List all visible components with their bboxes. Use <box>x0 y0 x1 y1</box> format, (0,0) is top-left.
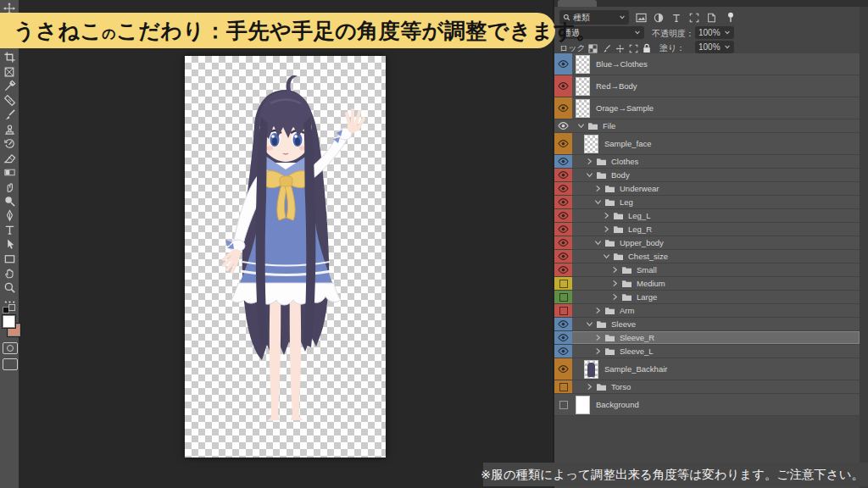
collapse-chevron-icon[interactable] <box>601 252 611 260</box>
visibility-toggle[interactable] <box>554 209 572 222</box>
type-tool[interactable] <box>0 223 19 237</box>
pin-icon[interactable] <box>726 12 735 23</box>
layer-row[interactable]: Sleeve_L <box>554 345 860 358</box>
frame-tool[interactable] <box>0 64 19 79</box>
layer-row[interactable]: Torso <box>554 380 860 394</box>
visibility-toggle[interactable] <box>554 318 572 330</box>
eyedropper-tool[interactable] <box>0 79 19 93</box>
folder-icon <box>613 225 624 234</box>
expand-chevron-icon[interactable] <box>593 347 603 355</box>
layer-row[interactable]: Chest_size <box>554 250 860 263</box>
clone-stamp-tool[interactable] <box>0 122 19 136</box>
collapse-chevron-icon[interactable] <box>576 122 586 130</box>
collapse-chevron-icon[interactable] <box>584 171 594 179</box>
layer-row[interactable]: Small <box>554 263 860 277</box>
hidden-visibility-box <box>559 401 568 409</box>
zoom-tool[interactable] <box>0 280 19 295</box>
eye-icon <box>558 183 569 194</box>
expand-chevron-icon[interactable] <box>609 280 620 287</box>
crop-tool[interactable] <box>0 50 19 64</box>
collapse-chevron-icon[interactable] <box>593 239 603 247</box>
smart-object-filter-icon[interactable] <box>707 13 716 23</box>
expand-chevron-icon[interactable] <box>609 266 620 274</box>
panel-scrollbar[interactable] <box>860 7 868 488</box>
layer-row[interactable]: Clothes <box>554 155 860 169</box>
history-brush-tool[interactable] <box>0 136 19 151</box>
layers-panel-tab[interactable] <box>558 0 597 7</box>
visibility-toggle[interactable] <box>554 119 572 132</box>
shape-filter-icon[interactable] <box>689 13 699 23</box>
brush-tool[interactable] <box>0 108 19 122</box>
layer-row[interactable]: Large <box>554 291 860 304</box>
expand-chevron-icon[interactable] <box>584 158 594 165</box>
gradient-tool[interactable] <box>0 165 19 180</box>
layer-row[interactable]: File <box>554 119 860 133</box>
visibility-toggle[interactable] <box>554 155 572 168</box>
more-tool[interactable] <box>0 295 19 309</box>
quick-mask-button[interactable] <box>3 342 18 354</box>
visibility-toggle[interactable] <box>554 53 572 75</box>
visibility-toggle[interactable] <box>554 291 572 303</box>
visibility-toggle[interactable] <box>554 236 572 249</box>
layer-row[interactable]: Sleeve_R <box>554 331 860 345</box>
visibility-toggle[interactable] <box>554 75 572 97</box>
visibility-toggle[interactable] <box>554 223 572 236</box>
layer-row[interactable]: Background <box>554 394 860 416</box>
collapse-chevron-icon[interactable] <box>593 198 603 206</box>
expand-chevron-icon[interactable] <box>593 334 603 341</box>
expand-chevron-icon[interactable] <box>593 185 603 192</box>
layer-row[interactable]: Underwear <box>554 182 860 196</box>
type-filter-icon[interactable] <box>671 13 682 23</box>
visibility-toggle[interactable] <box>554 250 572 263</box>
layer-row[interactable]: Leg_L <box>554 209 860 223</box>
layer-row[interactable]: Sample_face <box>554 133 860 155</box>
eraser-tool[interactable] <box>0 151 19 165</box>
visibility-toggle[interactable] <box>554 380 572 393</box>
path-select-tool[interactable] <box>0 237 19 252</box>
visibility-toggle[interactable] <box>554 358 572 380</box>
foreground-swatch[interactable] <box>2 314 16 329</box>
visibility-toggle[interactable] <box>554 182 572 195</box>
screen-mode-button[interactable] <box>3 358 18 370</box>
folder-icon <box>596 157 607 166</box>
visibility-toggle[interactable] <box>554 304 572 317</box>
expand-chevron-icon[interactable] <box>609 293 620 301</box>
visibility-toggle[interactable] <box>554 277 572 290</box>
layer-row[interactable]: Arm <box>554 304 860 318</box>
rectangle-tool[interactable] <box>0 252 19 266</box>
visibility-toggle[interactable] <box>554 345 572 358</box>
expand-chevron-icon[interactable] <box>584 383 594 391</box>
hidden-visibility-box <box>559 307 568 315</box>
visibility-toggle[interactable] <box>554 263 572 276</box>
opacity-input[interactable]: 100% <box>695 26 734 39</box>
collapse-chevron-icon[interactable] <box>584 320 594 328</box>
layer-row[interactable]: Medium <box>554 277 860 291</box>
visibility-toggle[interactable] <box>554 169 572 181</box>
expand-chevron-icon[interactable] <box>593 307 603 314</box>
expand-chevron-icon[interactable] <box>601 212 611 219</box>
visibility-toggle[interactable] <box>554 331 572 344</box>
hand-tool[interactable] <box>0 266 19 280</box>
fill-input[interactable]: 100% <box>695 41 734 53</box>
spot-healing-tool[interactable] <box>0 93 19 108</box>
visibility-toggle[interactable] <box>554 133 572 154</box>
layer-row[interactable]: Sleeve <box>554 318 860 331</box>
image-filter-icon[interactable] <box>636 13 647 23</box>
layer-row[interactable]: Sample_Backhair <box>554 358 860 380</box>
visibility-toggle[interactable] <box>554 394 572 415</box>
layer-row[interactable]: Leg_R <box>554 223 860 236</box>
visibility-toggle[interactable] <box>554 196 572 208</box>
layer-row[interactable]: Red→Body <box>554 75 860 97</box>
pen-tool[interactable] <box>0 208 19 223</box>
layer-row[interactable]: Leg <box>554 196 860 209</box>
dodge-tool[interactable] <box>0 194 19 208</box>
layer-row[interactable]: Orage→Sample <box>554 97 860 119</box>
layer-row[interactable]: Blue→Clothes <box>554 53 860 75</box>
visibility-toggle[interactable] <box>554 97 572 119</box>
layer-row[interactable]: Body <box>554 169 860 182</box>
canvas[interactable] <box>185 56 386 458</box>
adjustment-filter-icon[interactable] <box>654 13 664 23</box>
smudge-tool[interactable] <box>0 180 19 194</box>
layer-row[interactable]: Upper_body <box>554 236 860 250</box>
expand-chevron-icon[interactable] <box>601 225 611 233</box>
